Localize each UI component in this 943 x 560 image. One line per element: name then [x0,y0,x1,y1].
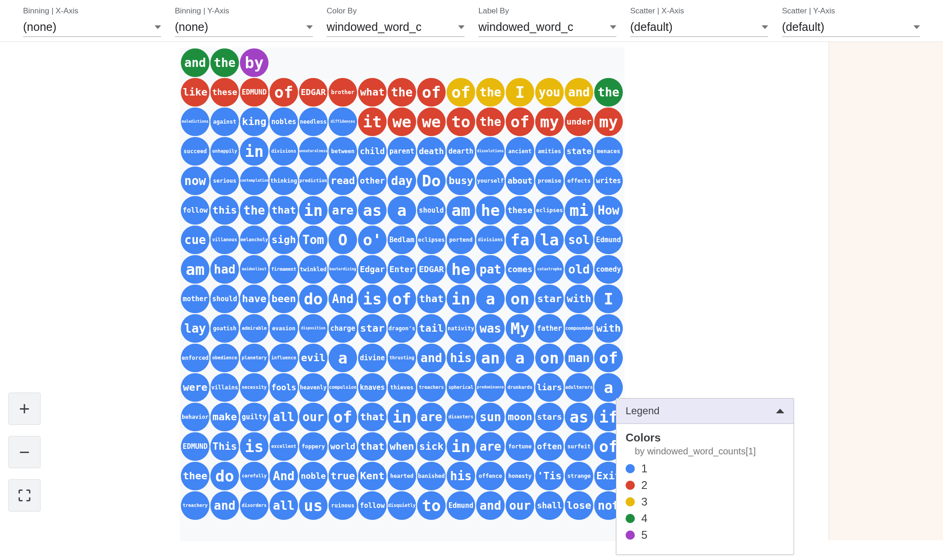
data-point[interactable]: of [388,285,416,313]
data-point[interactable]: often [535,432,564,461]
data-point[interactable]: is [240,432,269,461]
data-point[interactable]: sick [417,432,446,461]
data-point[interactable]: noble [299,462,328,490]
data-point[interactable]: he [447,255,475,284]
data-point[interactable]: eclipses [417,226,446,254]
data-point[interactable]: Tom [299,226,328,254]
data-point[interactable]: prediction [299,167,328,195]
data-point[interactable]: death [417,137,446,166]
data-point[interactable]: villanous [210,226,239,254]
data-point[interactable]: busy [447,167,475,195]
data-point[interactable]: it [358,107,387,136]
data-point[interactable]: that [417,285,446,313]
control-select[interactable]: (none) [23,18,161,37]
data-point[interactable]: I [506,78,534,107]
data-point[interactable]: twinkled [299,255,328,284]
control-select[interactable]: windowed_word_c [327,18,465,37]
data-point[interactable]: shall [535,491,564,520]
data-point[interactable]: of [417,78,446,107]
data-point[interactable]: My [506,314,534,343]
data-point[interactable]: do [210,462,239,490]
data-point[interactable]: Kent [358,462,387,490]
data-point[interactable]: EDGAR [299,78,328,107]
data-point[interactable]: succeed [181,137,209,166]
data-point[interactable]: in [240,137,269,166]
data-point[interactable]: a [388,196,416,225]
data-point[interactable]: sol [565,226,593,254]
data-point[interactable]: hearted [388,462,416,490]
data-point[interactable]: like [181,78,209,107]
data-point[interactable]: compounded [565,314,593,343]
data-point[interactable]: compulsion [328,373,357,402]
data-point[interactable]: between [328,137,357,166]
data-point[interactable]: the [594,78,623,107]
data-point[interactable]: and [476,491,505,520]
data-point[interactable]: should [417,196,446,225]
data-point[interactable]: had [210,255,239,284]
legend-header[interactable]: Legend [616,399,794,424]
data-point[interactable]: do [299,285,328,313]
data-point[interactable]: carefully [240,462,269,490]
data-point[interactable]: serious [210,167,239,195]
data-point[interactable]: o' [358,226,387,254]
data-point[interactable]: to [447,107,475,136]
data-point[interactable]: make [210,403,239,431]
zoom-out-button[interactable]: − [8,436,41,468]
data-point[interactable]: us [299,491,328,520]
data-point[interactable]: unnaturalness [299,137,328,166]
control-select[interactable]: (default) [630,18,768,37]
data-point[interactable]: you [535,78,564,107]
data-point[interactable]: diffidences [328,107,357,136]
data-point[interactable]: of [447,78,475,107]
data-point[interactable]: treachers [417,373,446,402]
data-point[interactable]: ruinous [328,491,357,520]
data-point[interactable]: comes [506,255,534,284]
data-point[interactable]: by [240,48,269,77]
data-point[interactable]: with [594,314,623,343]
data-point[interactable]: in [447,285,475,313]
data-point[interactable]: is [358,285,387,313]
data-point[interactable]: goatish [210,314,239,343]
data-point[interactable]: follow [181,196,209,225]
data-point[interactable]: knaves [358,373,387,402]
data-point[interactable]: the [476,107,505,136]
data-point[interactable]: menaces [594,137,623,166]
data-point[interactable]: adulterers [565,373,593,402]
data-point[interactable]: And [269,462,298,490]
data-point[interactable]: the [240,196,269,225]
data-point[interactable]: these [506,196,534,225]
data-point[interactable]: disquietly [388,491,416,520]
data-point[interactable]: disposition [299,314,328,343]
data-point[interactable]: in [299,196,328,225]
data-point[interactable]: contemplation [240,167,269,195]
data-point[interactable]: lose [565,491,593,520]
zoom-in-button[interactable]: + [8,393,41,425]
data-point[interactable]: all [269,491,298,520]
data-point[interactable]: 'Tis [535,462,564,490]
data-point[interactable]: strange [565,462,593,490]
data-point[interactable]: his [447,344,475,372]
data-point[interactable]: Do [417,167,446,195]
data-point[interactable]: fa [506,226,534,254]
data-point[interactable]: promise [535,167,564,195]
data-point[interactable]: was [476,314,505,343]
data-point[interactable]: the [210,48,239,77]
data-point[interactable]: O [328,226,357,254]
data-point[interactable]: a [594,373,623,402]
data-point[interactable]: influence [269,344,298,372]
data-point[interactable]: mi [565,196,593,225]
data-point[interactable]: of [594,344,623,372]
data-point[interactable]: thinking [269,167,298,195]
data-point[interactable]: admirable [240,314,269,343]
data-point[interactable]: portend [447,226,475,254]
data-point[interactable]: cue [181,226,209,254]
data-point[interactable]: amities [535,137,564,166]
data-point[interactable]: nobles [269,107,298,136]
data-point[interactable]: star [358,314,387,343]
data-point[interactable]: divisions [269,137,298,166]
data-point[interactable]: Enter [388,255,416,284]
data-point[interactable]: guilty [240,403,269,431]
data-point[interactable]: nativity [447,314,475,343]
data-point[interactable]: drunkards [506,373,534,402]
data-point[interactable]: evasion [269,314,298,343]
